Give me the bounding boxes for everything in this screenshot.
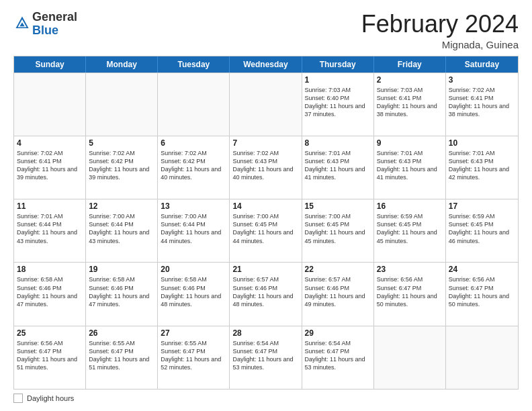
calendar-row-1: 4Sunrise: 7:02 AMSunset: 6:41 PMDaylight… bbox=[14, 136, 518, 199]
calendar-cell: 29Sunrise: 6:54 AMSunset: 6:47 PMDayligh… bbox=[302, 326, 374, 389]
day-info: Sunrise: 7:00 AMSunset: 6:44 PMDaylight:… bbox=[161, 212, 226, 245]
calendar-cell: 6Sunrise: 7:02 AMSunset: 6:42 PMDaylight… bbox=[158, 136, 230, 199]
title-block: February 2024 Mignada, Guinea bbox=[361, 11, 519, 50]
calendar-cell: 13Sunrise: 7:00 AMSunset: 6:44 PMDayligh… bbox=[158, 199, 230, 262]
calendar-cell bbox=[14, 73, 86, 136]
day-number: 11 bbox=[17, 201, 83, 211]
calendar-title: February 2024 bbox=[361, 11, 519, 38]
day-number: 14 bbox=[232, 201, 298, 211]
day-info: Sunrise: 6:54 AMSunset: 6:47 PMDaylight:… bbox=[305, 339, 371, 372]
calendar-cell: 20Sunrise: 6:58 AMSunset: 6:46 PMDayligh… bbox=[158, 263, 230, 325]
day-number: 21 bbox=[232, 265, 298, 274]
day-number: 8 bbox=[305, 138, 371, 148]
day-number: 29 bbox=[305, 328, 371, 338]
header: General Blue February 2024 Mignada, Guin… bbox=[13, 11, 519, 50]
day-number: 13 bbox=[161, 201, 226, 211]
day-info: Sunrise: 7:03 AMSunset: 6:41 PMDaylight:… bbox=[377, 86, 443, 119]
day-info: Sunrise: 7:02 AMSunset: 6:41 PMDaylight:… bbox=[449, 86, 515, 119]
day-number: 1 bbox=[305, 75, 371, 85]
calendar-cell: 2Sunrise: 7:03 AMSunset: 6:41 PMDaylight… bbox=[374, 73, 446, 136]
day-number: 25 bbox=[17, 328, 83, 338]
day-info: Sunrise: 6:56 AMSunset: 6:47 PMDaylight:… bbox=[449, 275, 515, 308]
calendar-cell: 24Sunrise: 6:56 AMSunset: 6:47 PMDayligh… bbox=[446, 263, 518, 325]
day-number: 9 bbox=[377, 138, 443, 148]
day-info: Sunrise: 6:59 AMSunset: 6:45 PMDaylight:… bbox=[377, 212, 443, 245]
calendar-cell: 4Sunrise: 7:02 AMSunset: 6:41 PMDaylight… bbox=[14, 136, 86, 199]
day-number: 5 bbox=[89, 138, 154, 148]
day-number: 24 bbox=[449, 265, 515, 274]
calendar-cell: 22Sunrise: 6:57 AMSunset: 6:46 PMDayligh… bbox=[302, 263, 374, 325]
day-number: 18 bbox=[17, 265, 83, 274]
day-info: Sunrise: 6:55 AMSunset: 6:47 PMDaylight:… bbox=[161, 339, 226, 372]
calendar-cell: 3Sunrise: 7:02 AMSunset: 6:41 PMDaylight… bbox=[446, 73, 518, 136]
calendar-row-4: 25Sunrise: 6:56 AMSunset: 6:47 PMDayligh… bbox=[14, 326, 518, 389]
calendar: SundayMondayTuesdayWednesdayThursdayFrid… bbox=[13, 56, 519, 390]
calendar-row-0: 1Sunrise: 7:03 AMSunset: 6:40 PMDaylight… bbox=[14, 73, 518, 136]
day-info: Sunrise: 7:02 AMSunset: 6:42 PMDaylight:… bbox=[89, 149, 154, 182]
day-number: 15 bbox=[305, 201, 371, 211]
day-number: 12 bbox=[89, 201, 154, 211]
header-day-tuesday: Tuesday bbox=[158, 56, 230, 73]
logo-general-text: General bbox=[32, 10, 77, 24]
footer-label: Daylight hours bbox=[27, 394, 74, 402]
logo-icon bbox=[15, 15, 30, 30]
calendar-cell: 27Sunrise: 6:55 AMSunset: 6:47 PMDayligh… bbox=[158, 326, 230, 389]
day-number: 16 bbox=[377, 201, 443, 211]
day-number: 3 bbox=[449, 75, 515, 85]
day-number: 22 bbox=[305, 265, 371, 274]
calendar-cell: 5Sunrise: 7:02 AMSunset: 6:42 PMDaylight… bbox=[86, 136, 158, 199]
header-day-monday: Monday bbox=[86, 56, 158, 73]
calendar-cell bbox=[86, 73, 158, 136]
day-info: Sunrise: 6:56 AMSunset: 6:47 PMDaylight:… bbox=[17, 339, 83, 372]
day-info: Sunrise: 7:01 AMSunset: 6:44 PMDaylight:… bbox=[17, 212, 83, 245]
day-number: 17 bbox=[449, 201, 515, 211]
calendar-cell: 19Sunrise: 6:58 AMSunset: 6:46 PMDayligh… bbox=[86, 263, 158, 325]
calendar-cell bbox=[158, 73, 230, 136]
day-info: Sunrise: 7:02 AMSunset: 6:41 PMDaylight:… bbox=[17, 149, 83, 182]
header-day-wednesday: Wednesday bbox=[230, 56, 302, 73]
calendar-cell: 1Sunrise: 7:03 AMSunset: 6:40 PMDaylight… bbox=[302, 73, 374, 136]
day-info: Sunrise: 6:54 AMSunset: 6:47 PMDaylight:… bbox=[232, 339, 298, 372]
page: General Blue February 2024 Mignada, Guin… bbox=[0, 0, 532, 411]
calendar-cell bbox=[446, 326, 518, 389]
day-info: Sunrise: 7:01 AMSunset: 6:43 PMDaylight:… bbox=[449, 149, 515, 182]
day-info: Sunrise: 7:00 AMSunset: 6:45 PMDaylight:… bbox=[305, 212, 371, 245]
day-number: 26 bbox=[89, 328, 154, 338]
footer-box bbox=[13, 394, 23, 403]
day-number: 27 bbox=[161, 328, 226, 338]
day-number: 19 bbox=[89, 265, 154, 274]
day-info: Sunrise: 6:58 AMSunset: 6:46 PMDaylight:… bbox=[161, 275, 226, 308]
day-info: Sunrise: 7:02 AMSunset: 6:42 PMDaylight:… bbox=[161, 149, 226, 182]
day-info: Sunrise: 6:56 AMSunset: 6:47 PMDaylight:… bbox=[377, 275, 443, 308]
calendar-cell bbox=[374, 326, 446, 389]
calendar-cell: 23Sunrise: 6:56 AMSunset: 6:47 PMDayligh… bbox=[374, 263, 446, 325]
footer: Daylight hours bbox=[13, 394, 519, 403]
day-info: Sunrise: 6:58 AMSunset: 6:46 PMDaylight:… bbox=[17, 275, 83, 308]
calendar-body: 1Sunrise: 7:03 AMSunset: 6:40 PMDaylight… bbox=[14, 73, 518, 389]
calendar-cell: 16Sunrise: 6:59 AMSunset: 6:45 PMDayligh… bbox=[374, 199, 446, 262]
calendar-row-3: 18Sunrise: 6:58 AMSunset: 6:46 PMDayligh… bbox=[14, 262, 518, 325]
calendar-cell: 14Sunrise: 7:00 AMSunset: 6:45 PMDayligh… bbox=[230, 199, 302, 262]
day-number: 10 bbox=[449, 138, 515, 148]
calendar-cell: 12Sunrise: 7:00 AMSunset: 6:44 PMDayligh… bbox=[86, 199, 158, 262]
header-day-sunday: Sunday bbox=[14, 56, 86, 73]
logo-blue-text: Blue bbox=[32, 24, 58, 37]
day-number: 23 bbox=[377, 265, 443, 274]
day-number: 7 bbox=[232, 138, 298, 148]
calendar-cell: 11Sunrise: 7:01 AMSunset: 6:44 PMDayligh… bbox=[14, 199, 86, 262]
day-info: Sunrise: 7:01 AMSunset: 6:43 PMDaylight:… bbox=[305, 149, 371, 182]
calendar-cell bbox=[230, 73, 302, 136]
day-info: Sunrise: 6:57 AMSunset: 6:46 PMDaylight:… bbox=[305, 275, 371, 308]
day-info: Sunrise: 7:01 AMSunset: 6:43 PMDaylight:… bbox=[377, 149, 443, 182]
day-number: 4 bbox=[17, 138, 83, 148]
calendar-cell: 17Sunrise: 6:59 AMSunset: 6:45 PMDayligh… bbox=[446, 199, 518, 262]
calendar-row-2: 11Sunrise: 7:01 AMSunset: 6:44 PMDayligh… bbox=[14, 199, 518, 262]
day-info: Sunrise: 6:57 AMSunset: 6:46 PMDaylight:… bbox=[232, 275, 298, 308]
calendar-cell: 8Sunrise: 7:01 AMSunset: 6:43 PMDaylight… bbox=[302, 136, 374, 199]
day-info: Sunrise: 6:55 AMSunset: 6:47 PMDaylight:… bbox=[89, 339, 154, 372]
calendar-cell: 7Sunrise: 7:02 AMSunset: 6:43 PMDaylight… bbox=[230, 136, 302, 199]
day-number: 20 bbox=[161, 265, 226, 274]
day-number: 28 bbox=[232, 328, 298, 338]
day-info: Sunrise: 7:00 AMSunset: 6:45 PMDaylight:… bbox=[232, 212, 298, 245]
day-info: Sunrise: 6:58 AMSunset: 6:46 PMDaylight:… bbox=[89, 275, 154, 308]
